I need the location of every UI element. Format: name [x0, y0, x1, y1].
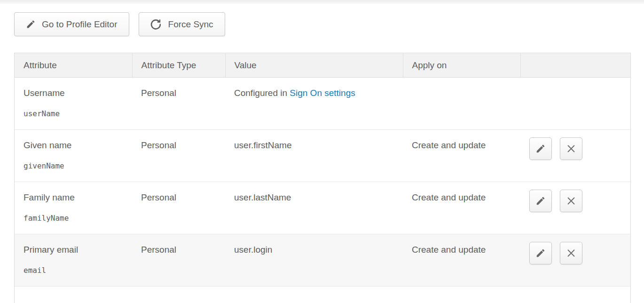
- attribute-cell: Primary email email: [15, 234, 132, 287]
- x-icon: [566, 248, 576, 258]
- toolbar: Go to Profile Editor Force Sync: [14, 12, 644, 36]
- edit-mapping-button[interactable]: [529, 190, 552, 212]
- attribute-mappings-table: Attribute Attribute Type Value Apply on …: [14, 53, 631, 303]
- top-divider: [0, 0, 644, 4]
- value-cell: user.login: [225, 234, 403, 287]
- apply-on-cell: Create and update: [403, 234, 520, 287]
- value-cell: user.firstName: [225, 130, 403, 182]
- edit-mapping-button[interactable]: [529, 242, 552, 264]
- attribute-variable-name: email: [24, 266, 127, 275]
- pencil-icon: [26, 19, 36, 29]
- table-row: Username userName Personal Configured in…: [15, 78, 630, 130]
- column-header-attribute: Attribute: [15, 53, 132, 78]
- column-header-actions: [520, 53, 630, 78]
- apply-on-cell: [403, 78, 520, 130]
- table-row: Given name givenName Personal user.first…: [15, 130, 630, 182]
- attribute-type-value: Personal: [141, 244, 220, 255]
- value-cell: Configured in Sign On settings: [225, 78, 403, 130]
- column-header-apply-on: Apply on: [403, 53, 520, 78]
- pencil-icon: [535, 248, 546, 258]
- pencil-icon: [535, 196, 546, 206]
- go-to-profile-editor-label: Go to Profile Editor: [42, 19, 118, 30]
- attribute-label: Primary email: [24, 244, 127, 255]
- attribute-cell: Username userName: [15, 78, 132, 130]
- force-sync-button[interactable]: Force Sync: [139, 12, 225, 36]
- value-expression: user.lastName: [234, 192, 291, 202]
- attribute-cell: Family name familyName: [15, 182, 132, 234]
- go-to-profile-editor-button[interactable]: Go to Profile Editor: [14, 12, 129, 36]
- pencil-icon: [535, 144, 546, 154]
- attribute-type-value: Personal: [141, 140, 220, 151]
- attribute-type-cell: Personal: [132, 234, 225, 287]
- actions-cell: [520, 234, 630, 287]
- apply-on-value: Create and update: [412, 140, 516, 151]
- apply-on-value: Create and update: [412, 244, 516, 255]
- attribute-type-cell: Personal: [132, 78, 225, 130]
- attribute-variable-name: familyName: [24, 214, 127, 223]
- actions-cell: [520, 130, 630, 182]
- actions-cell: [520, 78, 630, 130]
- delete-mapping-button[interactable]: [560, 137, 582, 160]
- table-row: Primary email email Personal user.login …: [15, 234, 630, 287]
- value-cell: user.lastName: [225, 182, 403, 234]
- sign-on-settings-link[interactable]: Sign On settings: [290, 88, 355, 98]
- attribute-variable-name: userName: [24, 109, 127, 119]
- attribute-label: Username: [24, 88, 127, 99]
- force-sync-label: Force Sync: [168, 19, 213, 30]
- x-icon: [566, 144, 576, 154]
- value-prefix-text: Configured in: [234, 88, 290, 98]
- apply-on-cell: Create and update: [403, 130, 520, 182]
- column-header-attribute-type: Attribute Type: [132, 53, 225, 78]
- attribute-label: Given name: [24, 140, 127, 151]
- attribute-type-value: Personal: [141, 88, 220, 99]
- delete-mapping-button[interactable]: [560, 242, 582, 264]
- attribute-type-cell: Personal: [132, 130, 225, 182]
- table-row: Family name familyName Personal user.las…: [15, 182, 630, 234]
- actions-cell: [520, 182, 630, 234]
- attribute-label: Family name: [24, 192, 127, 203]
- attribute-cell: Given name givenName: [15, 130, 132, 182]
- attribute-type-cell: Personal: [132, 182, 225, 234]
- attribute-variable-name: givenName: [24, 161, 127, 171]
- delete-mapping-button[interactable]: [560, 190, 582, 212]
- x-icon: [566, 196, 576, 206]
- value-expression: user.firstName: [234, 140, 291, 150]
- apply-on-value: Create and update: [412, 192, 516, 203]
- refresh-icon: [150, 18, 162, 30]
- column-header-value: Value: [225, 53, 403, 78]
- attribute-type-value: Personal: [141, 192, 220, 203]
- table-header-row: Attribute Attribute Type Value Apply on: [15, 53, 630, 78]
- apply-on-cell: Create and update: [403, 182, 520, 234]
- edit-mapping-button[interactable]: [529, 137, 552, 160]
- value-expression: user.login: [234, 245, 272, 255]
